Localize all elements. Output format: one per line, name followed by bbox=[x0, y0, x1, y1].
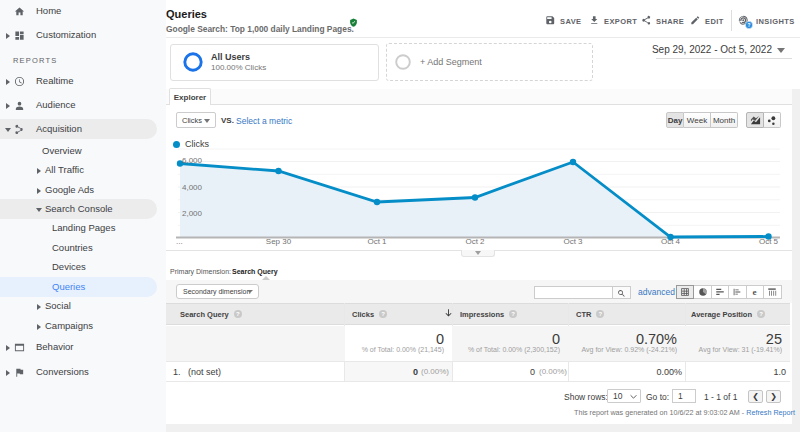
svg-text:?: ? bbox=[748, 23, 751, 28]
svg-text:e: e bbox=[752, 287, 756, 297]
svg-text:Oct 3: Oct 3 bbox=[563, 237, 583, 246]
svg-text:Oct 4: Oct 4 bbox=[661, 237, 681, 246]
svg-text:Oct 5: Oct 5 bbox=[759, 237, 779, 246]
svg-text:Sep 30: Sep 30 bbox=[266, 237, 292, 246]
svg-text:4,000: 4,000 bbox=[182, 183, 203, 192]
svg-text:Oct 2: Oct 2 bbox=[465, 237, 485, 246]
svg-text:...: ... bbox=[176, 237, 183, 246]
svg-text:6,000: 6,000 bbox=[182, 156, 203, 165]
svg-text:2,000: 2,000 bbox=[182, 209, 203, 218]
svg-text:Oct 1: Oct 1 bbox=[367, 237, 387, 246]
